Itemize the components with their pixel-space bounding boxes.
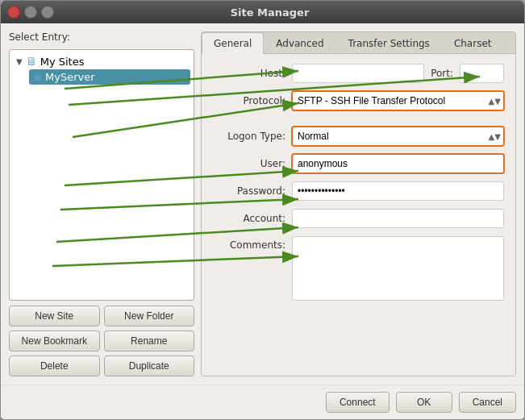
server-icon: 🖥 xyxy=(32,72,42,83)
account-row: Account: xyxy=(213,209,504,228)
new-site-button[interactable]: New Site xyxy=(9,306,100,326)
maximize-button[interactable] xyxy=(41,6,54,19)
connect-button[interactable]: Connect xyxy=(326,392,390,413)
new-bookmark-button[interactable]: New Bookmark xyxy=(9,331,100,351)
titlebar-buttons xyxy=(7,6,54,19)
tree-arrow-icon: ▼ xyxy=(16,57,23,66)
new-folder-button[interactable]: New Folder xyxy=(104,306,195,326)
port-label: Port: xyxy=(431,68,453,79)
button-grid: New Site New Folder New Bookmark Rename … xyxy=(9,306,194,376)
tab-charset[interactable]: Charset xyxy=(442,32,504,54)
account-input[interactable] xyxy=(292,209,504,228)
main-area: Select Entry: ▼ 🖥 My Sites 🖥 MyServer xyxy=(1,23,524,385)
tab-advanced[interactable]: Advanced xyxy=(264,32,335,54)
tree-item-label: My Sites xyxy=(40,56,85,68)
logon-type-row: Logon Type: Normal ▲▼ xyxy=(213,127,504,146)
user-input[interactable] xyxy=(292,154,504,173)
folder-icon: 🖥 xyxy=(26,55,37,68)
close-button[interactable] xyxy=(7,6,20,19)
tree-child: 🖥 MyServer xyxy=(29,69,190,85)
comments-row: Comments: xyxy=(213,236,504,301)
account-label: Account: xyxy=(213,213,285,224)
tabs: General Advanced Transfer Settings Chars… xyxy=(202,32,515,54)
tab-general[interactable]: General xyxy=(202,32,264,54)
minimize-button[interactable] xyxy=(24,6,37,19)
user-label: User: xyxy=(213,158,285,169)
left-panel: Select Entry: ▼ 🖥 My Sites 🖥 MyServer xyxy=(9,31,194,376)
tree-item-myserver[interactable]: 🖥 MyServer xyxy=(29,69,190,85)
titlebar: Site Manager xyxy=(1,1,524,23)
bottom-buttons: Connect OK Cancel xyxy=(1,385,524,419)
rename-button[interactable]: Rename xyxy=(104,331,195,351)
logon-type-select[interactable]: Normal xyxy=(292,127,504,146)
delete-button[interactable]: Delete xyxy=(9,356,100,376)
host-row: Host: Port: xyxy=(213,64,504,83)
tree-item-myserver-label: MyServer xyxy=(45,71,95,83)
right-panel: General Advanced Transfer Settings Chars… xyxy=(201,31,516,376)
logon-type-label: Logon Type: xyxy=(213,131,285,142)
tree-item-my-sites[interactable]: ▼ 🖥 My Sites xyxy=(13,53,190,69)
select-entry-label: Select Entry: xyxy=(9,31,194,43)
tree-container: ▼ 🖥 My Sites 🖥 MyServer xyxy=(9,49,194,301)
password-input[interactable] xyxy=(292,181,504,201)
host-input[interactable] xyxy=(292,64,424,83)
host-label: Host: xyxy=(213,68,285,79)
port-input[interactable] xyxy=(460,64,504,83)
tab-content-general: Host: Port: Protocol: SFTP - SSH File Tr… xyxy=(202,54,515,376)
window-title: Site Manager xyxy=(62,6,477,19)
password-label: Password: xyxy=(213,185,285,197)
protocol-select-wrapper: SFTP - SSH File Transfer Protocol ▲▼ xyxy=(292,91,504,110)
user-row: User: xyxy=(213,154,504,173)
tab-transfer-settings[interactable]: Transfer Settings xyxy=(336,32,442,54)
protocol-label: Protocol: xyxy=(213,95,285,106)
duplicate-button[interactable]: Duplicate xyxy=(104,356,195,376)
logon-type-select-wrapper: Normal ▲▼ xyxy=(292,127,504,146)
cancel-button[interactable]: Cancel xyxy=(459,392,516,413)
comments-textarea[interactable] xyxy=(292,236,504,301)
ok-button[interactable]: OK xyxy=(396,392,452,413)
protocol-row: Protocol: SFTP - SSH File Transfer Proto… xyxy=(213,91,504,110)
password-row: Password: xyxy=(213,181,504,201)
comments-label: Comments: xyxy=(213,236,285,251)
protocol-select[interactable]: SFTP - SSH File Transfer Protocol xyxy=(292,91,504,110)
